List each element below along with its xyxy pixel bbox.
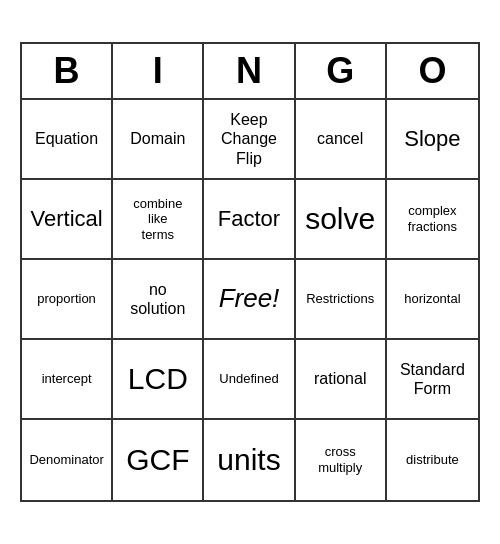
cell-text: units: [217, 442, 280, 478]
cell-text: Slope: [404, 126, 460, 152]
cell-text: LCD: [128, 361, 188, 397]
bingo-cell: Restrictions: [296, 260, 387, 340]
bingo-cell: Free!: [204, 260, 295, 340]
bingo-cell: rational: [296, 340, 387, 420]
bingo-cell: Vertical: [22, 180, 113, 260]
bingo-cell: Undefined: [204, 340, 295, 420]
cell-text: combineliketerms: [133, 196, 182, 243]
cell-text: KeepChangeFlip: [221, 110, 277, 168]
cell-text: nosolution: [130, 280, 185, 318]
cell-text: Domain: [130, 129, 185, 148]
cell-text: Factor: [218, 206, 280, 232]
header-letter: B: [22, 44, 113, 98]
cell-text: Free!: [219, 283, 280, 314]
bingo-cell: crossmultiply: [296, 420, 387, 500]
bingo-cell: distribute: [387, 420, 478, 500]
bingo-cell: nosolution: [113, 260, 204, 340]
cell-text: proportion: [37, 291, 96, 307]
bingo-cell: proportion: [22, 260, 113, 340]
header-letter: N: [204, 44, 295, 98]
cell-text: rational: [314, 369, 366, 388]
cell-text: distribute: [406, 452, 459, 468]
bingo-cell: intercept: [22, 340, 113, 420]
cell-text: GCF: [126, 442, 189, 478]
bingo-cell: Domain: [113, 100, 204, 180]
cell-text: Denominator: [29, 452, 103, 468]
bingo-cell: StandardForm: [387, 340, 478, 420]
bingo-cell: GCF: [113, 420, 204, 500]
cell-text: cancel: [317, 129, 363, 148]
bingo-cell: LCD: [113, 340, 204, 420]
bingo-cell: horizontal: [387, 260, 478, 340]
bingo-cell: Equation: [22, 100, 113, 180]
header-letter: G: [296, 44, 387, 98]
bingo-card: BINGO EquationDomainKeepChangeFlipcancel…: [20, 42, 480, 502]
cell-text: Restrictions: [306, 291, 374, 307]
header-letter: I: [113, 44, 204, 98]
bingo-cell: KeepChangeFlip: [204, 100, 295, 180]
bingo-cell: Denominator: [22, 420, 113, 500]
bingo-header: BINGO: [22, 44, 478, 100]
cell-text: crossmultiply: [318, 444, 362, 475]
cell-text: Equation: [35, 129, 98, 148]
cell-text: Vertical: [31, 206, 103, 232]
bingo-cell: combineliketerms: [113, 180, 204, 260]
header-letter: O: [387, 44, 478, 98]
bingo-cell: Factor: [204, 180, 295, 260]
cell-text: intercept: [42, 371, 92, 387]
bingo-cell: solve: [296, 180, 387, 260]
cell-text: Undefined: [219, 371, 278, 387]
cell-text: complexfractions: [408, 203, 457, 234]
bingo-cell: units: [204, 420, 295, 500]
bingo-cell: complexfractions: [387, 180, 478, 260]
bingo-cell: Slope: [387, 100, 478, 180]
cell-text: horizontal: [404, 291, 460, 307]
cell-text: StandardForm: [400, 360, 465, 398]
bingo-grid: EquationDomainKeepChangeFlipcancelSlopeV…: [22, 100, 478, 500]
bingo-cell: cancel: [296, 100, 387, 180]
cell-text: solve: [305, 201, 375, 237]
